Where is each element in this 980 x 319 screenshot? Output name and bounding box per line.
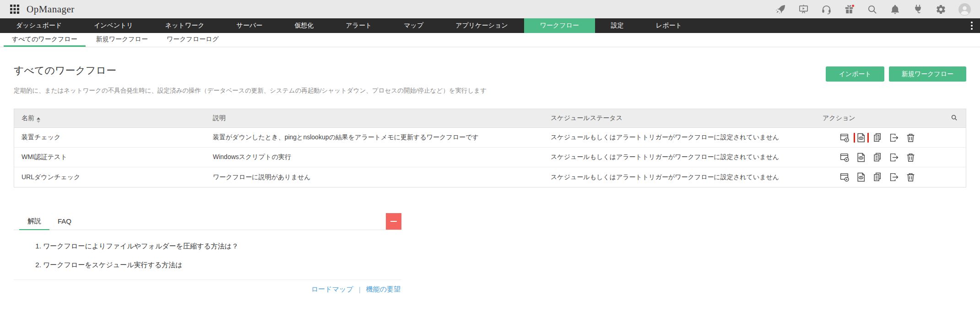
table-header-row: 名前 説明 スケジュールステータス アクション bbox=[14, 109, 966, 128]
workflow-description: ワークフローに説明がありません bbox=[206, 173, 543, 182]
column-header-actions: アクション bbox=[815, 114, 940, 122]
page-description: 定期的に、またはネットワークの不具合発生時に、設定済みの操作（データベースの更新… bbox=[14, 87, 966, 95]
workflow-table: 名前 説明 スケジュールステータス アクション 装置チェック 装置がダウンしたと… bbox=[14, 109, 966, 187]
workflow-schedule-status: スケジュールもしくはアラートトリガーがワークフローに設定されていません bbox=[543, 173, 815, 182]
nav-item-maps[interactable]: マップ bbox=[388, 18, 439, 33]
execute-icon[interactable] bbox=[840, 153, 850, 162]
tab-all-workflows[interactable]: すべてのワークフロー bbox=[4, 33, 86, 47]
gift-badge bbox=[852, 5, 854, 7]
import-button[interactable]: インポート bbox=[826, 66, 884, 82]
table-row[interactable]: URLダウンチェック ワークフローに説明がありません スケジュールもしくはアラー… bbox=[14, 167, 966, 187]
tab-new-workflow[interactable]: 新規ワークフロー bbox=[88, 33, 156, 47]
delete-icon[interactable] bbox=[906, 133, 915, 143]
collapse-button[interactable] bbox=[386, 213, 401, 230]
tab-faq[interactable]: FAQ bbox=[49, 213, 80, 230]
app-header: OpManager bbox=[0, 0, 980, 18]
nav-item-alerts[interactable]: アラート bbox=[330, 18, 388, 33]
copy-icon[interactable] bbox=[873, 172, 883, 182]
workflow-name: URLダウンチェック bbox=[14, 173, 206, 182]
gear-icon[interactable] bbox=[936, 4, 946, 15]
avatar[interactable] bbox=[958, 3, 971, 16]
footer-links: ロードマップ | 機能の要望 bbox=[14, 280, 401, 294]
nav-item-inventory[interactable]: インベントリ bbox=[78, 18, 149, 33]
workflow-name: WMI認証テスト bbox=[14, 153, 206, 161]
minus-icon bbox=[390, 221, 397, 222]
nav-item-network[interactable]: ネットワーク bbox=[149, 18, 221, 33]
workflow-actions bbox=[815, 153, 940, 162]
nav-item-server[interactable]: サーバー bbox=[221, 18, 279, 33]
topbar-icons bbox=[775, 3, 971, 16]
gift-icon[interactable] bbox=[844, 4, 855, 15]
export-icon[interactable] bbox=[889, 133, 899, 143]
export-icon[interactable] bbox=[889, 172, 899, 182]
apps-grid-icon[interactable] bbox=[9, 4, 20, 15]
nav-item-settings[interactable]: 設定 bbox=[595, 18, 640, 33]
help-panel: 解説 FAQ ワークフローによりファイルやフォルダーを圧縮する方法は？ ワークフ… bbox=[14, 213, 401, 294]
presentation-play-icon[interactable] bbox=[798, 4, 809, 15]
workflow-description: 装置がダウンしたとき、pingとnslookupの結果をアラートメモに更新するワ… bbox=[206, 133, 543, 142]
nav-item-dashboard[interactable]: ダッシュボード bbox=[0, 18, 78, 33]
export-icon[interactable] bbox=[889, 153, 899, 162]
app-title: OpManager bbox=[27, 4, 75, 15]
delete-icon[interactable] bbox=[906, 172, 915, 182]
sort-icon[interactable] bbox=[37, 117, 40, 123]
nav-item-workflow[interactable]: ワークフロー bbox=[524, 18, 595, 33]
workflow-name: 装置チェック bbox=[14, 133, 206, 142]
main-nav: ダッシュボード インベントリ ネットワーク サーバー 仮想化 アラート マップ … bbox=[0, 18, 980, 33]
workflow-actions bbox=[815, 172, 940, 182]
highlighted-action-box bbox=[854, 133, 869, 143]
kebab-menu-icon[interactable] bbox=[964, 18, 980, 33]
help-question[interactable]: ワークフローによりファイルやフォルダーを圧縮する方法は？ bbox=[43, 242, 401, 251]
table-search[interactable] bbox=[940, 114, 966, 122]
bell-icon[interactable] bbox=[890, 4, 900, 15]
workflow-subtabs: すべてのワークフロー 新規ワークフロー ワークフローログ bbox=[0, 33, 980, 47]
link-separator: | bbox=[359, 286, 361, 293]
help-question-list: ワークフローによりファイルやフォルダーを圧縮する方法は？ ワークフローをスケジュ… bbox=[14, 242, 401, 270]
plug-icon[interactable] bbox=[913, 4, 923, 15]
tab-workflow-log[interactable]: ワークフローログ bbox=[158, 33, 227, 47]
help-question[interactable]: ワークフローをスケジュール実行する方法は bbox=[43, 261, 401, 270]
nav-item-applications[interactable]: アプリケーション bbox=[439, 18, 524, 33]
page-title: すべてのワークフロー bbox=[14, 64, 966, 77]
workflow-actions bbox=[815, 133, 940, 143]
column-header-name[interactable]: 名前 bbox=[14, 114, 206, 123]
copy-icon[interactable] bbox=[873, 133, 883, 143]
view-icon[interactable] bbox=[856, 172, 866, 182]
execute-icon[interactable] bbox=[840, 172, 850, 182]
workflow-description: Windowsスクリプトの実行 bbox=[206, 153, 543, 161]
view-icon[interactable] bbox=[856, 133, 866, 143]
nav-item-virtualization[interactable]: 仮想化 bbox=[278, 18, 330, 33]
workflow-schedule-status: スケジュールもしくはアラートトリガーがワークフローに設定されていません bbox=[543, 153, 815, 161]
column-header-description: 説明 bbox=[206, 114, 543, 122]
table-search-icon[interactable] bbox=[951, 114, 958, 122]
page-head: すべてのワークフロー 定期的に、またはネットワークの不具合発生時に、設定済みの操… bbox=[0, 47, 980, 95]
view-icon[interactable] bbox=[856, 153, 866, 162]
search-icon[interactable] bbox=[867, 4, 877, 15]
delete-icon[interactable] bbox=[906, 153, 915, 162]
copy-icon[interactable] bbox=[873, 153, 883, 162]
roadmap-link[interactable]: ロードマップ bbox=[311, 285, 353, 294]
execute-icon[interactable] bbox=[840, 133, 850, 143]
table-row[interactable]: WMI認証テスト Windowsスクリプトの実行 スケジュールもしくはアラートト… bbox=[14, 148, 966, 167]
nav-item-reports[interactable]: レポート bbox=[640, 18, 698, 33]
table-row[interactable]: 装置チェック 装置がダウンしたとき、pingとnslookupの結果をアラートメ… bbox=[14, 128, 966, 148]
workflow-schedule-status: スケジュールもしくはアラートトリガーがワークフローに設定されていません bbox=[543, 133, 815, 142]
page-actions: インポート 新規ワークフロー bbox=[826, 66, 966, 82]
tab-explanation[interactable]: 解説 bbox=[19, 213, 49, 230]
feature-request-link[interactable]: 機能の要望 bbox=[366, 285, 401, 294]
headset-icon[interactable] bbox=[821, 4, 832, 15]
help-tabs: 解説 FAQ bbox=[14, 213, 401, 230]
new-workflow-button[interactable]: 新規ワークフロー bbox=[889, 66, 966, 82]
rocket-icon[interactable] bbox=[775, 4, 786, 15]
column-header-schedule-status: スケジュールステータス bbox=[543, 114, 815, 122]
